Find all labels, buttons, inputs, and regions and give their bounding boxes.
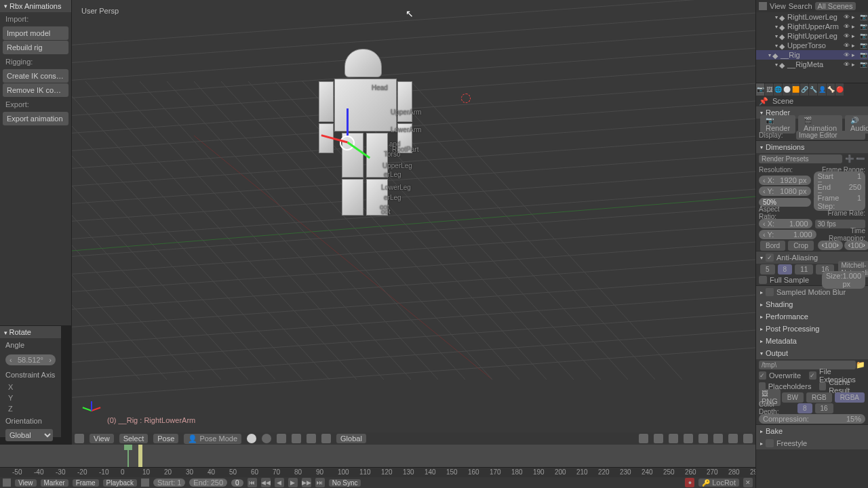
overwrite-checkbox[interactable]: ✓ — [759, 371, 766, 380]
outliner-item[interactable]: ▾◆__Rig👁▸📷 — [756, 50, 868, 60]
layer-icon[interactable] — [698, 434, 708, 443]
aa-5-button[interactable]: 5 — [760, 264, 775, 274]
presets-select[interactable]: Render Presets — [759, 155, 842, 163]
shading-icon[interactable] — [247, 434, 256, 443]
constraint-tab-icon[interactable]: 🔗 — [800, 83, 808, 96]
editor-type-icon[interactable] — [759, 2, 767, 10]
depth-8-button[interactable]: 8 — [797, 403, 812, 413]
scene-tab-icon[interactable]: 🌐 — [774, 83, 782, 96]
marker-menu[interactable]: Marker — [41, 479, 68, 487]
timeline-track[interactable] — [0, 445, 755, 468]
view-menu[interactable]: View — [15, 479, 37, 487]
material-tab-icon[interactable]: 🔴 — [835, 83, 844, 96]
fullsample-checkbox[interactable] — [759, 276, 767, 284]
manip-icon[interactable] — [292, 434, 301, 443]
outliner-item[interactable]: ▾◆__RigMeta👁▸📷 — [756, 60, 868, 69]
rebuild-rig-button[interactable]: Rebuild rig — [3, 41, 68, 54]
compression-field[interactable]: Compression:15% — [759, 414, 865, 424]
remap-old-field[interactable]: ‹ 100 › — [818, 241, 843, 250]
freestyle-header[interactable]: Freestyle — [756, 437, 868, 449]
render-tab-icon[interactable]: 📷 — [756, 83, 764, 96]
editor-type-icon[interactable] — [3, 479, 11, 487]
aspect-x-field[interactable]: ‹ X:1.000 — [759, 219, 812, 228]
prev-key-icon[interactable]: ◀◀ — [261, 478, 271, 487]
play-rev-icon[interactable]: ◀ — [275, 478, 284, 487]
export-anim-button[interactable]: Export animation — [3, 112, 68, 125]
frame-step-field[interactable]: Frame Step:1 — [814, 193, 866, 211]
bone-tab-icon[interactable]: 🦴 — [827, 83, 835, 96]
keying-set[interactable]: 🔑 LocRot — [698, 479, 739, 487]
res-y-field[interactable]: ‹ Y:1080 px — [759, 186, 811, 196]
frame-menu[interactable]: Frame — [73, 479, 99, 487]
world-tab-icon[interactable]: ⚪ — [783, 83, 791, 96]
outliner-item[interactable]: ▾◆RightLowerLeg👁▸📷 — [756, 12, 868, 22]
playback-menu[interactable]: Playback — [103, 479, 138, 487]
cache-checkbox[interactable] — [819, 382, 826, 390]
metadata-header[interactable]: Metadata — [756, 335, 868, 347]
shading-header[interactable]: Shading — [756, 298, 868, 310]
current-frame-field[interactable]: 0 — [231, 479, 243, 487]
editor-type-icon[interactable] — [75, 434, 84, 443]
view-menu[interactable]: View — [770, 2, 786, 10]
post-header[interactable]: Post Processing — [756, 323, 868, 335]
next-key-icon[interactable]: ▶▶ — [302, 478, 311, 487]
output-header[interactable]: Output — [756, 347, 868, 359]
axis-z[interactable]: Z — [0, 403, 61, 414]
search-menu[interactable]: Search — [789, 2, 812, 10]
close-icon[interactable]: ✕ — [743, 478, 753, 487]
orientation-select[interactable]: Global — [336, 434, 366, 443]
pose-menu[interactable]: Pose — [153, 434, 178, 443]
lock-icon[interactable] — [141, 479, 149, 487]
axis-y[interactable]: Y — [0, 392, 61, 403]
timeline-ruler[interactable]: -50-40-30-20-100102030405060708090100110… — [0, 468, 755, 477]
layer-icon[interactable] — [669, 434, 678, 443]
rgb-button[interactable]: RGB — [806, 392, 832, 403]
axis-x[interactable]: X — [0, 382, 61, 392]
import-model-button[interactable]: Import model — [3, 26, 68, 40]
select-menu[interactable]: Select — [119, 434, 149, 443]
orientation-select[interactable]: Global — [5, 429, 53, 441]
play-icon[interactable]: ▶ — [288, 478, 298, 487]
fileext-checkbox[interactable]: ✓ — [809, 371, 816, 380]
aa-size-field[interactable]: Size:1.000 px — [822, 271, 865, 289]
angle-field[interactable]: ‹58.512°› — [5, 354, 56, 365]
res-x-field[interactable]: ‹ X:1920 px — [759, 176, 811, 185]
end-frame-field[interactable]: End: 250 — [189, 479, 227, 487]
pivot-icon[interactable] — [277, 434, 286, 443]
autokey-icon[interactable]: ● — [685, 478, 694, 487]
layer-icon[interactable] — [639, 434, 648, 443]
aa-11-button[interactable]: 11 — [795, 264, 813, 274]
outliner-item[interactable]: ▾◆RightUpperLeg👁▸📷 — [756, 31, 868, 41]
aa-8-button[interactable]: 8 — [778, 264, 793, 274]
start-frame-field[interactable]: Start: 1 — [153, 479, 185, 487]
remove-ik-button[interactable]: Remove IK constrai... — [3, 83, 68, 97]
layer-icon[interactable] — [743, 434, 753, 443]
3d-viewport[interactable]: User Persp Head UpperArm LowerArm and Ro… — [72, 0, 755, 432]
layer-icon[interactable] — [654, 434, 663, 443]
depth-16-button[interactable]: 16 — [815, 403, 833, 413]
object-tab-icon[interactable]: 🟧 — [791, 83, 800, 96]
panel-header[interactable]: Rbx Animations — [0, 0, 71, 12]
rgba-button[interactable]: RGBA — [835, 392, 865, 403]
border-button[interactable]: Bord — [760, 241, 785, 251]
layers-tab-icon[interactable]: 🖼 — [765, 83, 773, 96]
layer-icon[interactable] — [713, 434, 723, 443]
dimensions-header[interactable]: Dimensions — [756, 141, 868, 153]
jump-end-icon[interactable]: ⏭ — [315, 478, 325, 487]
layer-icon[interactable] — [728, 434, 738, 443]
outliner-item[interactable]: ▾◆UpperTorso👁▸📷 — [756, 41, 868, 50]
outliner-item[interactable]: ▾◆RightUpperArm👁▸📷 — [756, 22, 868, 31]
aspect-y-field[interactable]: ‹ Y:1.000 — [759, 230, 816, 239]
modifier-tab-icon[interactable]: 🔧 — [809, 83, 817, 96]
aa-checkbox[interactable]: ✓ — [766, 253, 774, 262]
manip-icon[interactable] — [321, 434, 331, 443]
shading-icon[interactable] — [262, 434, 271, 443]
scenes-select[interactable]: All Scenes — [815, 2, 856, 10]
bake-header[interactable]: Bake — [756, 425, 868, 437]
sync-select[interactable]: No Sync — [329, 479, 361, 487]
render-button[interactable]: 📷 Render — [760, 115, 795, 134]
performance-header[interactable]: Performance — [756, 310, 868, 323]
view-menu[interactable]: View — [90, 434, 114, 443]
data-tab-icon[interactable]: 👤 — [818, 83, 826, 96]
manip-icon[interactable] — [307, 434, 316, 443]
